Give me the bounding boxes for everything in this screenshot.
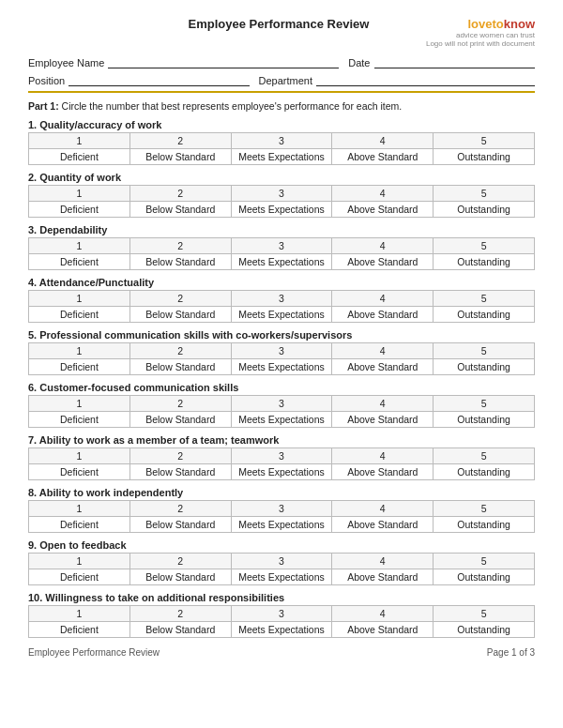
rating-label-5[interactable]: Outstanding — [434, 517, 535, 533]
rating-label-3[interactable]: Meets Expectations — [231, 569, 332, 585]
rating-table-9: 12345DeficientBelow StandardMeets Expect… — [28, 553, 535, 585]
employee-name-line[interactable] — [108, 55, 339, 68]
rating-label-1[interactable]: Deficient — [29, 359, 130, 375]
rating-label-4[interactable]: Above Standard — [332, 149, 434, 165]
rating-table-6: 12345DeficientBelow StandardMeets Expect… — [28, 395, 535, 428]
position-label: Position — [28, 75, 65, 86]
rating-label-3[interactable]: Meets Expectations — [231, 412, 332, 428]
rating-label-4[interactable]: Above Standard — [332, 517, 434, 533]
rating-header-1: 1 — [29, 448, 130, 464]
rating-label-1[interactable]: Deficient — [29, 412, 130, 428]
rating-label-1[interactable]: Deficient — [29, 517, 130, 533]
rating-label-2[interactable]: Below Standard — [129, 149, 231, 165]
rating-header-4: 4 — [332, 501, 434, 517]
rating-header-1: 1 — [29, 501, 130, 517]
section-5: 5. Professional communication skills wit… — [28, 329, 535, 375]
rating-header-5: 5 — [434, 448, 535, 464]
rating-header-2: 2 — [129, 238, 231, 254]
rating-label-1[interactable]: Deficient — [29, 202, 130, 218]
rating-label-3[interactable]: Meets Expectations — [231, 359, 332, 375]
date-field: Date — [348, 55, 535, 68]
section-1: 1. Quality/accuracy of work12345Deficien… — [28, 119, 535, 165]
rating-label-3[interactable]: Meets Expectations — [231, 307, 332, 323]
rating-label-3[interactable]: Meets Expectations — [231, 254, 332, 270]
rating-header-5: 5 — [434, 291, 535, 307]
rating-header-4: 4 — [332, 291, 434, 307]
rating-label-5[interactable]: Outstanding — [434, 412, 535, 428]
rating-header-5: 5 — [434, 554, 535, 569]
rating-label-3[interactable]: Meets Expectations — [231, 149, 332, 165]
rating-label-2[interactable]: Below Standard — [129, 254, 231, 270]
rating-label-4[interactable]: Above Standard — [332, 202, 434, 218]
rating-label-2[interactable]: Below Standard — [129, 412, 231, 428]
rating-header-1: 1 — [29, 238, 130, 254]
rating-label-4[interactable]: Above Standard — [332, 622, 434, 638]
rating-label-1[interactable]: Deficient — [29, 622, 130, 638]
department-line[interactable] — [316, 73, 535, 86]
rating-label-2[interactable]: Below Standard — [129, 307, 231, 323]
employee-name-label: Employee Name — [28, 57, 104, 68]
rating-label-5[interactable]: Outstanding — [434, 307, 535, 323]
rating-table-5: 12345DeficientBelow StandardMeets Expect… — [28, 342, 535, 375]
position-line[interactable] — [68, 73, 249, 86]
footer: Employee Performance Review Page 1 of 3 — [28, 647, 535, 658]
rating-header-2: 2 — [129, 448, 231, 464]
rating-header-2: 2 — [129, 186, 231, 202]
rating-header-2: 2 — [129, 606, 231, 622]
rating-header-3: 3 — [231, 554, 332, 569]
rating-label-2[interactable]: Below Standard — [129, 359, 231, 375]
section-title-5: 5. Professional communication skills wit… — [28, 329, 535, 341]
rating-label-5[interactable]: Outstanding — [434, 622, 535, 638]
rating-label-4[interactable]: Above Standard — [332, 412, 434, 428]
rating-header-5: 5 — [434, 606, 535, 622]
rating-label-1[interactable]: Deficient — [29, 254, 130, 270]
rating-label-4[interactable]: Above Standard — [332, 359, 434, 375]
sections-container: 1. Quality/accuracy of work12345Deficien… — [28, 119, 535, 638]
rating-header-4: 4 — [332, 133, 434, 149]
rating-label-3[interactable]: Meets Expectations — [231, 517, 332, 533]
rating-label-4[interactable]: Above Standard — [332, 254, 434, 270]
section-10: 10. Willingness to take on additional re… — [28, 592, 535, 638]
rating-label-2[interactable]: Below Standard — [129, 517, 231, 533]
rating-header-1: 1 — [29, 186, 130, 202]
rating-label-4[interactable]: Above Standard — [332, 569, 434, 585]
rating-header-3: 3 — [231, 396, 332, 412]
section-title-6: 6. Customer-focused communication skills — [28, 382, 535, 393]
rating-header-2: 2 — [129, 133, 231, 149]
rating-label-3[interactable]: Meets Expectations — [231, 464, 332, 480]
logo-note: Logo will not print with document — [426, 39, 535, 48]
logo-area: lovetoknow advice women can trust Logo w… — [426, 17, 535, 48]
rating-label-2[interactable]: Below Standard — [129, 464, 231, 480]
rating-label-3[interactable]: Meets Expectations — [231, 202, 332, 218]
rating-header-4: 4 — [332, 238, 434, 254]
rating-label-5[interactable]: Outstanding — [434, 464, 535, 480]
rating-label-5[interactable]: Outstanding — [434, 149, 535, 165]
rating-header-4: 4 — [332, 554, 434, 569]
rating-header-4: 4 — [332, 448, 434, 464]
rating-label-5[interactable]: Outstanding — [434, 254, 535, 270]
section-2: 2. Quantity of work12345DeficientBelow S… — [28, 172, 535, 218]
form-row-1: Employee Name Date — [28, 55, 535, 68]
rating-table-1: 12345DeficientBelow StandardMeets Expect… — [28, 132, 535, 165]
rating-label-2[interactable]: Below Standard — [129, 622, 231, 638]
form-row-2: Position Department — [28, 73, 535, 86]
rating-label-3[interactable]: Meets Expectations — [231, 622, 332, 638]
section-title-7: 7. Ability to work as a member of a team… — [28, 434, 535, 446]
rating-table-3: 12345DeficientBelow StandardMeets Expect… — [28, 237, 535, 270]
rating-table-10: 12345DeficientBelow StandardMeets Expect… — [28, 605, 535, 638]
rating-label-5[interactable]: Outstanding — [434, 359, 535, 375]
rating-label-5[interactable]: Outstanding — [434, 569, 535, 585]
section-9: 9. Open to feedback12345DeficientBelow S… — [28, 539, 535, 585]
rating-label-1[interactable]: Deficient — [29, 464, 130, 480]
date-line[interactable] — [374, 55, 536, 68]
rating-label-2[interactable]: Below Standard — [129, 569, 231, 585]
rating-label-2[interactable]: Below Standard — [129, 202, 231, 218]
rating-label-1[interactable]: Deficient — [29, 149, 130, 165]
rating-label-1[interactable]: Deficient — [29, 307, 130, 323]
rating-label-1[interactable]: Deficient — [29, 569, 130, 585]
rating-label-4[interactable]: Above Standard — [332, 307, 434, 323]
rating-label-4[interactable]: Above Standard — [332, 464, 434, 480]
rating-table-2: 12345DeficientBelow StandardMeets Expect… — [28, 185, 535, 218]
header: Employee Performance Review lovetoknow a… — [28, 17, 535, 48]
rating-label-5[interactable]: Outstanding — [434, 202, 535, 218]
